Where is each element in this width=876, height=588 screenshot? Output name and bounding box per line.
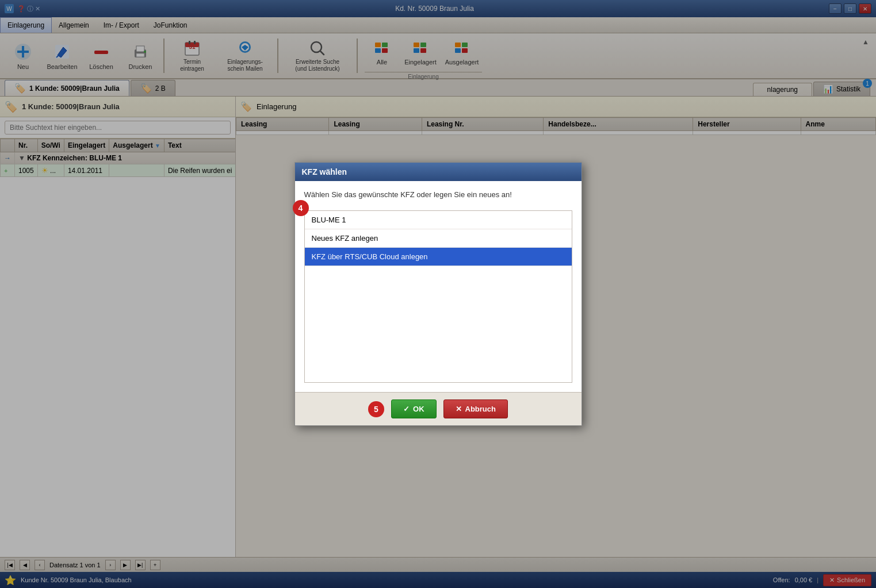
list-item-kfz-cloud[interactable]: KFZ über RTS/CUB Cloud anlegen xyxy=(305,248,572,266)
modal-instruction: Wählen Sie das gewünschte KFZ oder legen… xyxy=(304,190,572,199)
step5-area: 5 xyxy=(368,401,384,417)
list-item-neues-kfz[interactable]: Neues KFZ anlegen xyxy=(305,229,572,248)
modal-header: KFZ wählen xyxy=(295,163,582,181)
step5-badge: 5 xyxy=(368,401,384,417)
ok-button[interactable]: ✓ OK xyxy=(391,399,437,418)
kfz-waehlen-dialog: KFZ wählen Wählen Sie das gewünschte KFZ… xyxy=(294,162,582,426)
step4-badge: 4 xyxy=(293,200,309,216)
modal-footer: 5 ✓ OK ✕ Abbruch xyxy=(295,392,582,425)
list-item-blu-me-1[interactable]: BLU-ME 1 xyxy=(305,211,572,229)
cancel-button[interactable]: ✕ Abbruch xyxy=(443,399,508,418)
cancel-x-icon: ✕ xyxy=(456,405,462,413)
kfz-list: BLU-ME 1 Neues KFZ anlegen KFZ über RTS/… xyxy=(304,210,572,383)
modal-title: KFZ wählen xyxy=(302,167,347,176)
ok-check-icon: ✓ xyxy=(403,405,410,413)
modal-body: Wählen Sie das gewünschte KFZ oder legen… xyxy=(295,181,582,392)
modal-overlay: KFZ wählen Wählen Sie das gewünschte KFZ… xyxy=(0,0,876,588)
